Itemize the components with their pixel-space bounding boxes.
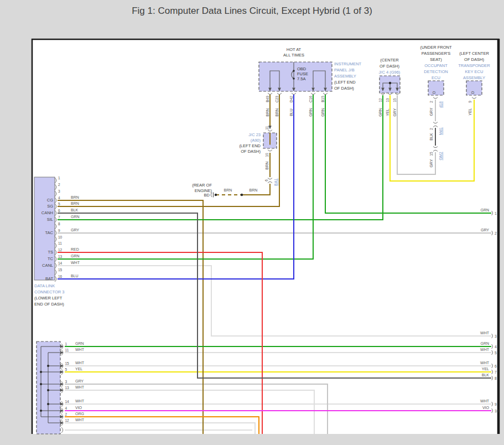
jb-name: INSTRUMENT <box>334 61 362 66</box>
jb-pin: C23 <box>275 96 279 102</box>
connector-pin: 3 <box>65 380 67 384</box>
wire-color-label: BLU <box>289 108 293 116</box>
wire-color-label: GRN <box>378 108 382 117</box>
jb-location: (LEFT END <box>334 80 356 85</box>
jc23-name: J/C 23 <box>248 132 261 137</box>
circuit-diagram: HOT AT ALL TIMES OBD FUSE 7.5A INSTRUMEN… <box>0 0 504 445</box>
wire-color-label: GRN <box>480 208 489 212</box>
dlc3-name: DATA LINK <box>34 283 55 288</box>
dlc3-pin: 5 <box>58 202 60 206</box>
wire-color-label: GRN <box>75 341 84 345</box>
junction-dot <box>389 82 391 84</box>
wire-color-label: BRN <box>266 108 269 117</box>
edge-number: 1 <box>495 211 497 215</box>
splice-connector-id: Md1 <box>439 127 443 135</box>
jb-pin: D42 <box>289 96 293 102</box>
wire-color-label: GRY <box>393 108 397 116</box>
wire-color-label: BLK <box>482 373 490 377</box>
fuse-label: OBD <box>297 66 306 71</box>
junction-dot <box>40 371 42 373</box>
junction-dot <box>47 403 49 405</box>
connector-pin: 12 <box>65 418 70 422</box>
dlc3-signal: TAC <box>45 230 54 235</box>
ecu-pin: 2 <box>429 101 433 103</box>
wire-color-label: GRN <box>321 108 325 117</box>
wire-color-label: WHT <box>75 385 85 389</box>
wire-color-label: WHT <box>480 361 490 365</box>
dlc3-pin: 8 <box>58 222 60 226</box>
jc23-code: (A90) <box>251 138 261 143</box>
wire-color-label: YEL <box>75 367 82 371</box>
wire-color-label: BLK <box>71 208 79 212</box>
wire-color-label: GRY <box>429 107 433 116</box>
ecu-location: PASSENGER'S <box>422 51 451 56</box>
edge-number: 9 <box>495 402 497 406</box>
jc4-name: J/C 4 (G96) <box>379 70 401 75</box>
dlc3-signal: TS <box>48 250 53 255</box>
wire-color-label: GRN <box>309 108 313 117</box>
dlc3-pin: 6 <box>58 209 60 213</box>
jc4-location: (CENTER <box>380 58 399 63</box>
junction-dot <box>241 194 243 196</box>
wire-color-label: GRY <box>75 379 84 383</box>
wire-color-label: WHT <box>75 361 85 365</box>
ecu-connector-letter: D <box>471 91 475 94</box>
jb-name: ASSEMBLY <box>334 74 356 79</box>
wire-color-label: VIO <box>75 406 82 410</box>
ecu-box <box>428 81 444 95</box>
connector-pin: 1 <box>65 342 67 346</box>
jb-pin: C16 <box>309 96 313 102</box>
jb-pin: B15 <box>321 96 325 102</box>
ecu-pin: 9 <box>468 101 472 103</box>
edge-number: 3 <box>495 334 497 338</box>
dlc3-location: (LOWER LEFT <box>34 296 63 301</box>
splice-pin: 2 <box>429 128 433 130</box>
junction-dot <box>215 194 217 196</box>
wire-color-label: WHT <box>480 399 490 403</box>
connector-pin: 4 <box>65 406 67 410</box>
dlc3-pin: 15 <box>58 268 63 272</box>
dlc3-pin: 13 <box>58 255 63 258</box>
junction-dot <box>47 389 49 391</box>
connector-pin: 13 <box>65 386 70 390</box>
dlc3-pin: 9 <box>58 229 60 232</box>
jb-pin: B49 <box>266 96 269 102</box>
wire-color-label: YEL <box>482 367 489 371</box>
dlc3-pin: 12 <box>58 248 63 252</box>
dlc3-pin: 11 <box>58 241 62 245</box>
ecu-name: ASSEMBLY <box>463 75 485 80</box>
ecu-name: ECU <box>432 75 440 80</box>
wire-color-label: WHT <box>75 418 85 422</box>
edge-number: 6 <box>495 364 497 368</box>
dlc3-location: END OF DASH) <box>34 302 64 307</box>
ecu-name: KEY ECU <box>465 69 484 74</box>
wire-color-label: WHT <box>480 331 490 335</box>
jb-power-label: ALL TIMES <box>283 53 304 58</box>
ecu-location: OF DASH) <box>464 57 484 62</box>
ecu-name: OCCUPANT <box>424 63 448 68</box>
wire-color-label: BRN <box>265 162 269 170</box>
dlc3-pin: 4 <box>58 196 60 200</box>
jc4-pin: 13 <box>386 98 389 102</box>
dlc3-signal: SIL <box>47 217 53 222</box>
edge-number: 8 <box>495 376 497 380</box>
edge-number: 5 <box>495 351 497 355</box>
connector-pin: 15 <box>65 361 70 365</box>
ecu-connector-letter: D <box>432 91 436 94</box>
wire-color-label: BLU <box>71 274 79 278</box>
dlc3-signal: TC <box>48 256 54 261</box>
edge-number: 2 <box>495 231 497 235</box>
junction-dot <box>40 383 42 385</box>
fuse-dot <box>293 70 295 72</box>
wire-color-label: BRN <box>250 188 258 192</box>
dlc3-signal: SG <box>47 204 53 209</box>
splice-connector-id: GM2 <box>439 152 443 160</box>
edge-number: 10 <box>495 409 499 413</box>
wire-color-label: GRN <box>71 215 80 219</box>
wire-color-label: YEL <box>386 108 389 116</box>
dlc3-pin: 7 <box>58 215 60 219</box>
ecu-location: SEAT) <box>430 57 442 62</box>
connector-pin: 11 <box>65 348 69 352</box>
dlc3-pin: 3 <box>58 189 60 193</box>
wire-color-label: BRN <box>224 188 232 192</box>
